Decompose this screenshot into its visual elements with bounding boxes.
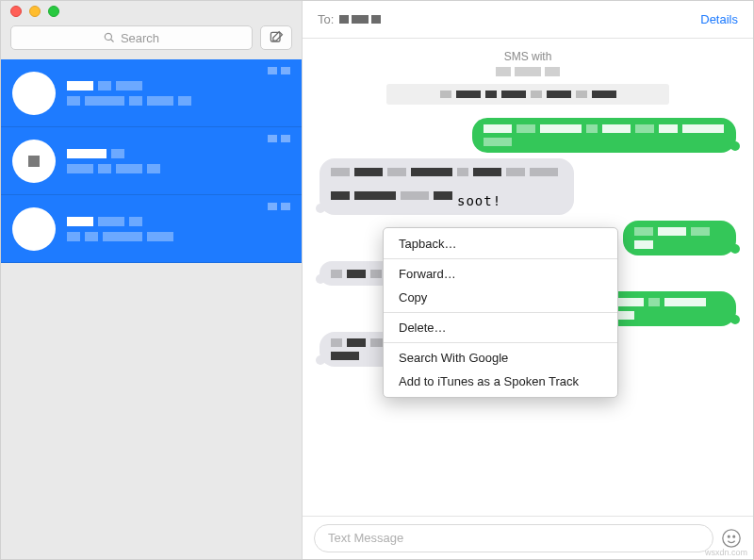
details-button[interactable]: Details <box>700 12 738 26</box>
search-icon <box>104 32 115 43</box>
menu-separator <box>384 258 617 259</box>
message-input-placeholder: Text Message <box>328 531 403 545</box>
outgoing-message[interactable] <box>472 118 736 153</box>
emoji-picker-button[interactable] <box>721 528 742 549</box>
avatar <box>12 140 56 183</box>
smiley-icon <box>721 528 742 549</box>
compose-bar: Text Message <box>303 516 753 559</box>
conversation-item[interactable] <box>1 127 302 195</box>
message-thread: SMS with soot! <box>303 39 753 516</box>
menu-copy[interactable]: Copy <box>384 286 617 309</box>
sidebar-toolbar: Search <box>1 22 302 59</box>
messages-window: Search <box>0 0 754 560</box>
search-placeholder: Search <box>121 31 159 45</box>
watermark: wsxdn.com <box>705 548 747 557</box>
menu-separator <box>384 312 617 313</box>
conversation-pane: To: Details SMS with soot! <box>303 1 753 559</box>
avatar <box>12 72 56 115</box>
incoming-message-selected[interactable]: soot! <box>320 158 574 215</box>
window-traffic-lights <box>1 1 302 22</box>
conversation-item[interactable] <box>1 195 302 263</box>
compose-icon <box>269 30 284 45</box>
system-banner <box>386 84 669 105</box>
menu-forward[interactable]: Forward… <box>384 262 617 286</box>
conversations-sidebar: Search <box>1 1 303 559</box>
compose-button[interactable] <box>260 25 292 50</box>
to-label: To: <box>318 12 334 26</box>
avatar <box>12 207 56 251</box>
recipient-field[interactable] <box>339 15 381 24</box>
conversation-list <box>1 59 302 559</box>
menu-delete[interactable]: Delete… <box>384 316 617 339</box>
message-context-menu: Tapback… Forward… Copy Delete… Search Wi… <box>383 227 618 398</box>
menu-search-google[interactable]: Search With Google <box>384 346 617 370</box>
menu-itunes-spoken[interactable]: Add to iTunes as a Spoken Track <box>384 370 617 393</box>
message-text-fragment: soot! <box>457 193 501 208</box>
minimize-window-button[interactable] <box>29 6 41 17</box>
outgoing-message[interactable] <box>623 221 736 255</box>
svg-point-3 <box>733 535 735 537</box>
menu-tapback[interactable]: Tapback… <box>384 232 617 255</box>
close-window-button[interactable] <box>10 6 22 17</box>
message-input[interactable]: Text Message <box>314 524 713 552</box>
conversation-item[interactable] <box>1 59 302 127</box>
zoom-window-button[interactable] <box>48 6 59 17</box>
svg-point-2 <box>728 535 729 537</box>
menu-separator <box>384 342 617 343</box>
conversation-header: To: Details <box>303 1 753 39</box>
svg-point-1 <box>723 529 740 546</box>
sms-with-name <box>320 67 736 76</box>
sms-with-label: SMS with <box>320 50 736 63</box>
search-input[interactable]: Search <box>10 25 253 50</box>
